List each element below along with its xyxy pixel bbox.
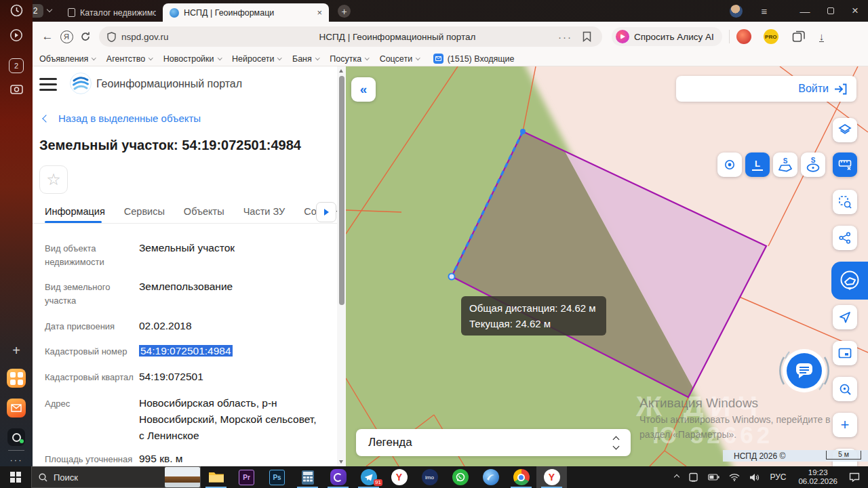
portal-menu-icon[interactable] [39,78,57,94]
screenshot-icon[interactable] [0,83,33,95]
new-tab-button[interactable]: + [338,5,351,18]
chat-widget[interactable] [774,341,834,401]
feedback-callout-button[interactable] [831,262,868,300]
close-measure-button[interactable] [833,152,857,177]
chevron-down-icon [365,56,369,60]
taskbar-app-yandex-browser-active[interactable]: Y [536,466,567,488]
tabs-scroll-right-button[interactable] [316,202,336,222]
panel-scrollbar[interactable] [337,66,346,466]
measure-length-button[interactable]: L [745,152,770,177]
wifi-icon[interactable] [729,473,740,481]
panel-tab-Сервисы[interactable]: Сервисы [124,206,165,217]
taskbar-app-chrome[interactable] [506,466,536,488]
clock[interactable]: 19:23 06.02.2026 [798,468,837,486]
mini-map-button[interactable] [833,341,857,365]
browser-tab-active[interactable]: НСПД | Геоинформаци × [163,3,329,22]
sidebar-more-icon[interactable]: ··· [0,455,33,465]
more-options-icon[interactable]: ··· [558,31,572,43]
back-link[interactable]: Назад в выделенные объекты [43,113,201,124]
bookmark-label: Нейросети [232,54,274,64]
collapse-panel-button[interactable]: « [351,77,376,102]
tablet-mode-icon[interactable] [688,472,698,482]
current-distance: Текущая: 24.62 м [469,316,598,331]
bookmark-flag-icon[interactable] [583,31,591,42]
yandex-search-icon[interactable]: Я [57,27,76,46]
chevron-right-icon [324,209,329,216]
address-bar[interactable]: nspd.gov.ru НСПД | Геоинформационный пор… [99,26,602,47]
map-canvas[interactable]: Ж ДИЧ Ю 32662 Активация Windows Чтобы ак… [346,66,868,466]
scroll-up-icon[interactable] [339,69,343,73]
locate-me-button[interactable] [833,305,857,329]
battery-icon[interactable] [708,474,719,481]
search-on-map-button[interactable] [833,377,857,401]
bookmark-item[interactable]: Баня [292,54,319,64]
taskbar-app-explorer[interactable] [201,466,231,488]
taskbar-app-photo-viewer[interactable] [475,466,506,488]
language-indicator[interactable]: РУС [770,472,786,482]
select-area-button[interactable] [833,190,857,214]
minimize-button[interactable]: — [795,0,815,22]
tab-groups-icon[interactable] [792,30,806,43]
share-button[interactable] [833,226,857,250]
measure-ellipse-button[interactable]: S [801,152,825,177]
scrollbar-thumb[interactable] [339,76,344,305]
search-highlight-image[interactable] [165,467,200,487]
taskbar-app-calculator[interactable] [292,466,323,488]
downloads-icon[interactable]: ↓ [819,31,825,42]
taskbar-app-photoshop[interactable]: Ps [262,466,292,488]
bookmark-inbox[interactable]: (1515) Входящие [433,54,515,64]
bookmark-item[interactable]: Новостройки [163,54,221,64]
volume-icon[interactable] [749,473,760,482]
selected-text[interactable]: 54:19:072501:4984 [139,345,233,357]
panel-tab-Информация[interactable]: Информация [45,206,105,217]
panel-tab-Части ЗУ[interactable]: Части ЗУ [243,206,285,217]
taskbar-app-whatsapp[interactable] [445,466,475,488]
taskbar-app-yandex-browser[interactable]: Y [384,466,414,488]
ask-alice-button[interactable]: Спросить Алису AI [612,27,722,46]
favorite-star-button[interactable]: ☆ [39,165,68,194]
panel-tab-Объекты[interactable]: Объекты [184,206,224,217]
browser-tab-inactive[interactable]: Каталог недвижимости: С [68,3,159,22]
add-panel-icon[interactable]: + [0,343,33,359]
notifications-icon[interactable] [849,472,860,482]
scroll-down-icon[interactable] [339,460,343,464]
bookmark-item[interactable]: Соцсети [380,54,420,64]
yandex-services-icon[interactable] [0,369,33,388]
tabs-count-icon[interactable]: 2 [0,58,33,73]
extension-icon[interactable] [736,29,751,44]
play-panel-icon[interactable] [0,28,33,42]
menu-icon[interactable]: ≡ [754,0,774,22]
start-button[interactable] [0,466,31,488]
tray-expand-icon[interactable] [675,475,679,479]
history-icon[interactable] [0,4,33,17]
bookmark-item[interactable]: Агентство [106,54,153,64]
taskbar-app-imo[interactable]: imo [414,466,445,488]
legend-bar[interactable]: Легенда [356,429,631,456]
bookmark-item[interactable]: Посутка [330,54,368,64]
messenger-icon[interactable] [0,428,33,446]
zoom-in-button[interactable]: + [833,413,857,437]
yandex-mail-icon[interactable] [0,399,33,418]
tab-list-chevron-icon[interactable] [47,7,52,12]
taskbar-app-purple-messenger[interactable] [323,466,353,488]
chevron-down-icon [218,56,222,60]
layers-button[interactable] [833,118,857,142]
bookmark-item[interactable]: Нейросети [232,54,281,64]
taskbar-app-premiere[interactable]: Pr [231,466,262,488]
login-button[interactable]: Войти [676,76,856,102]
profile-avatar[interactable] [730,5,743,18]
bookmark-item[interactable]: Объявления [39,54,96,64]
close-button[interactable]: × [845,0,865,22]
measure-area-button[interactable]: S [773,152,797,177]
taskbar-app-telegram[interactable]: 91 [353,466,384,488]
tab-close-icon[interactable]: × [317,7,322,18]
restore-button[interactable] [821,0,841,22]
refresh-icon[interactable] [76,27,95,46]
field-value: 54:19:072501:4984 [139,343,323,359]
measure-point-button[interactable] [717,152,742,177]
back-icon[interactable]: ← [38,27,57,46]
taskbar-search[interactable]: Поиск [31,466,201,488]
chevron-down-icon [92,56,96,60]
pro-badge[interactable]: PRO [764,29,778,44]
legend-expand-icon[interactable] [614,437,618,449]
